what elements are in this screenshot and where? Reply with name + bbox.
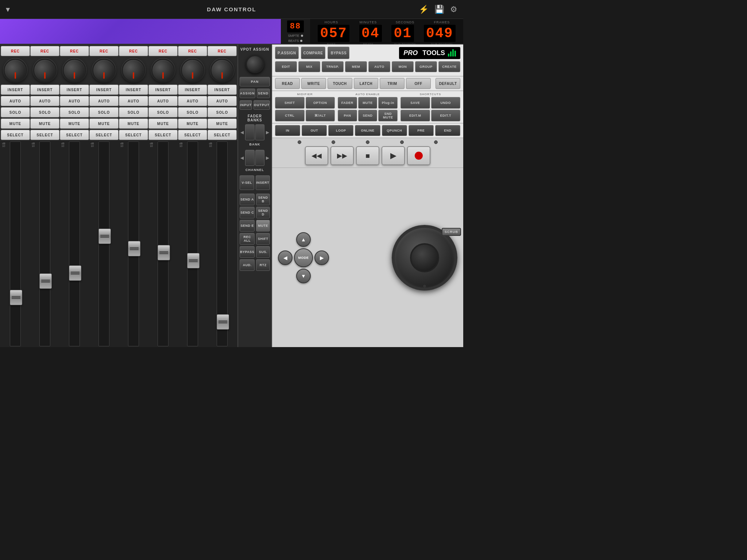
vpot-knob[interactable] — [246, 55, 264, 73]
off-btn[interactable]: OFF — [406, 78, 431, 89]
trnsp-btn[interactable]: TRNSP. — [322, 61, 344, 72]
knob-2[interactable] — [33, 59, 57, 82]
vpot-vsel-btn[interactable]: V-SEL — [240, 175, 254, 190]
vpot-output-btn[interactable]: OUTPUT — [253, 100, 270, 110]
mute-ae-btn[interactable]: MUTE — [358, 97, 378, 109]
auto-btn-6[interactable]: AUTO — [148, 96, 178, 106]
knob-4[interactable] — [92, 59, 116, 82]
knob-5[interactable] — [122, 59, 145, 82]
insert-btn-3[interactable]: INSERT — [60, 85, 89, 95]
select-btn-3[interactable]: SELECT — [60, 130, 89, 140]
fader-ae-btn[interactable]: FADER — [338, 97, 357, 109]
send-a-btn[interactable]: SEND A — [240, 194, 255, 205]
passign-btn[interactable]: P.ASSIGN — [275, 47, 299, 59]
rewind-btn[interactable]: ◀◀ — [305, 146, 328, 165]
mem-btn[interactable]: MEM — [345, 61, 367, 72]
rec-btn-8[interactable]: REC — [208, 46, 237, 56]
solo-btn-2[interactable]: SOLO — [30, 107, 59, 117]
rec-btn-4[interactable]: REC — [89, 46, 119, 56]
solo-btn-3[interactable]: SOLO — [60, 107, 89, 117]
fader-handle-3[interactable] — [69, 265, 81, 281]
default-btn[interactable]: DEFAULT — [436, 78, 460, 89]
pan-ae-btn[interactable]: PAN — [338, 110, 357, 121]
mix-btn[interactable]: MIX — [298, 61, 320, 72]
send-ae-btn[interactable]: SEND — [358, 110, 378, 121]
insert-btn-8[interactable]: INSERT — [208, 85, 237, 95]
snd-mute-btn[interactable]: SND MUTE — [378, 110, 398, 121]
select-btn-6[interactable]: SELECT — [148, 130, 178, 140]
save-sc-btn[interactable]: SAVE — [400, 97, 430, 109]
channel-bank-btn-right[interactable] — [255, 150, 265, 166]
vpot-send-btn[interactable]: SEND — [257, 89, 270, 98]
record-btn[interactable] — [407, 146, 430, 165]
fader-handle-5[interactable] — [128, 241, 140, 256]
out-btn[interactable]: OUT — [302, 125, 327, 136]
write-btn[interactable]: WRITE — [301, 78, 326, 89]
fader-handle-1[interactable] — [10, 290, 22, 305]
mute-btn-8[interactable]: MUTE — [208, 118, 237, 129]
latch-btn[interactable]: LATCH — [354, 78, 379, 89]
select-btn-8[interactable]: SELECT — [208, 130, 237, 140]
fast-forward-btn[interactable]: ▶▶ — [330, 146, 354, 165]
nav-mode-btn[interactable]: MODE — [294, 248, 313, 267]
vpot-pan-btn[interactable]: PAN — [240, 77, 270, 86]
compare-btn[interactable]: COMPARE — [301, 47, 326, 59]
read-btn[interactable]: READ — [275, 78, 300, 89]
undo-btn[interactable]: UNDO — [431, 97, 461, 109]
pre-btn[interactable]: PRE — [409, 125, 434, 136]
mute-btn-4[interactable]: MUTE — [89, 118, 119, 129]
ctrl-btn[interactable]: CTRL — [275, 110, 305, 121]
auto-btn-3[interactable]: AUTO — [60, 96, 89, 106]
solo-btn-8[interactable]: SOLO — [208, 107, 237, 117]
send-c-btn[interactable]: SEND C — [240, 207, 255, 218]
play-btn[interactable]: ▶ — [382, 146, 405, 165]
edit-t-btn[interactable]: EDIT.T — [431, 110, 461, 121]
fader-handle-4[interactable] — [98, 229, 111, 244]
solo-btn-4[interactable]: SOLO — [89, 107, 119, 117]
settings-icon[interactable]: ⚙ — [450, 5, 457, 14]
touch-btn[interactable]: TOUCH — [328, 78, 352, 89]
option-btn[interactable]: OPTION — [306, 97, 335, 109]
rec-btn-1[interactable]: REC — [1, 46, 30, 56]
nav-up-btn[interactable]: ▲ — [296, 232, 311, 247]
insert-btn-4[interactable]: INSERT — [89, 85, 119, 95]
rec-btn-6[interactable]: REC — [148, 46, 178, 56]
mute-btn-6[interactable]: MUTE — [148, 118, 178, 129]
fader-handle-8[interactable] — [217, 314, 229, 330]
online-btn[interactable]: ONLINE — [355, 125, 380, 136]
knob-1[interactable] — [4, 59, 27, 82]
rec-btn-5[interactable]: REC — [119, 46, 148, 56]
insert-btn-5[interactable]: INSERT — [119, 85, 148, 95]
insert-btn-6[interactable]: INSERT — [148, 85, 178, 95]
select-btn-2[interactable]: SELECT — [30, 130, 59, 140]
group-btn[interactable]: GROUP — [415, 61, 437, 72]
solo-btn-5[interactable]: SOLO — [119, 107, 148, 117]
trim-btn[interactable]: TRIM — [380, 78, 405, 89]
knob-6[interactable] — [151, 59, 175, 82]
bypass-pt-btn[interactable]: BYPASS — [328, 47, 349, 59]
nav-down-btn[interactable]: ▼ — [296, 269, 311, 283]
insert-btn-2[interactable]: INSERT — [30, 85, 59, 95]
chevron-down-icon[interactable]: ▾ — [6, 5, 10, 14]
rec-btn-7[interactable]: REC — [178, 46, 207, 56]
auto-btn-8[interactable]: AUTO — [208, 96, 237, 106]
knob-7[interactable] — [181, 59, 204, 82]
in-btn[interactable]: IN — [275, 125, 300, 136]
auto-btn-5[interactable]: AUTO — [119, 96, 148, 106]
fader-handle-2[interactable] — [39, 273, 52, 289]
stop-btn[interactable]: ■ — [356, 146, 379, 165]
loop-btn[interactable]: LOOP — [328, 125, 353, 136]
select-btn-4[interactable]: SELECT — [89, 130, 119, 140]
fader-handle-6[interactable] — [158, 245, 170, 260]
save-icon[interactable]: 💾 — [434, 5, 444, 14]
knob-8[interactable] — [210, 59, 234, 82]
edit-btn[interactable]: EDIT — [275, 61, 297, 72]
select-btn-1[interactable]: SELECT — [1, 130, 30, 140]
channel-bank-right-arrow[interactable]: ▶ — [265, 155, 270, 161]
auto-btn-2[interactable]: AUTO — [30, 96, 59, 106]
auto-btn-7[interactable]: AUTO — [178, 96, 207, 106]
plugin-btn[interactable]: Plug-in — [378, 97, 398, 109]
mute-btn-2[interactable]: MUTE — [30, 118, 59, 129]
vpot-insert-btn[interactable]: INSERT — [256, 175, 270, 190]
auto-pt-btn[interactable]: AUTO — [368, 61, 390, 72]
